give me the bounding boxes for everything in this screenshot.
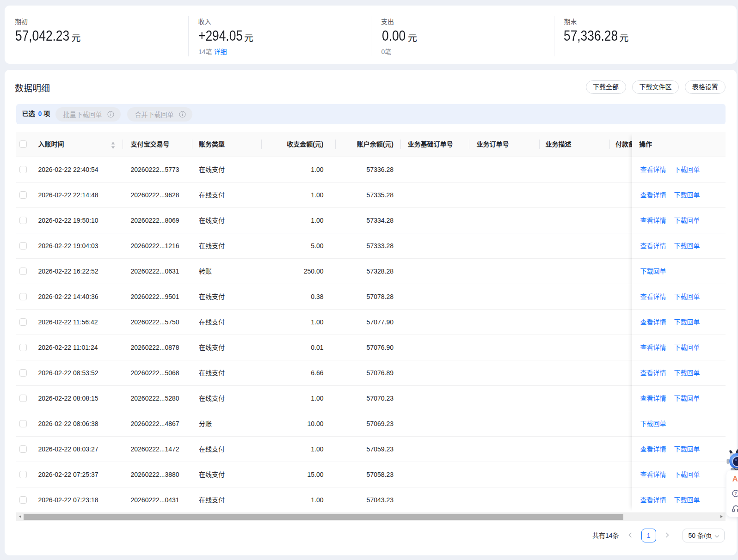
svg-text:?: ? — [734, 491, 737, 496]
